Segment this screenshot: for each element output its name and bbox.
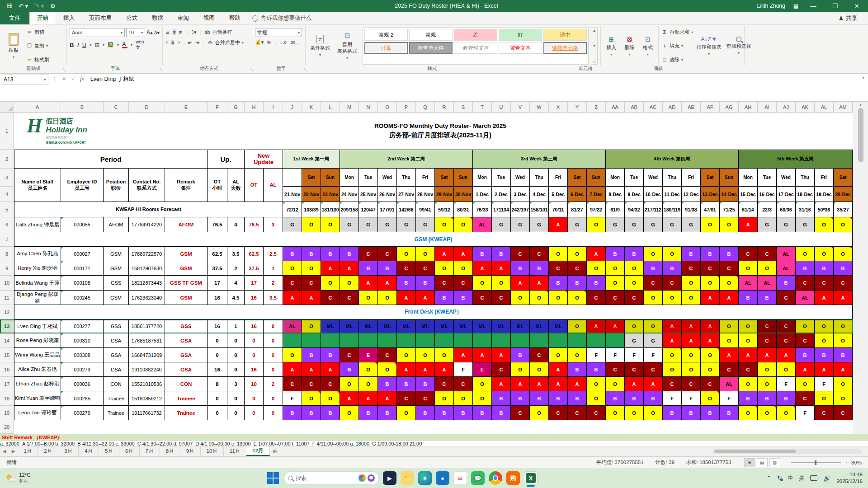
shift-cell[interactable]: A bbox=[720, 291, 739, 305]
shift-cell[interactable]: O bbox=[796, 377, 815, 391]
day-name-22[interactable]: Sat bbox=[701, 169, 720, 187]
al-days[interactable]: 0 bbox=[227, 333, 245, 348]
shift-cell[interactable]: O bbox=[815, 319, 834, 333]
position[interactable]: GSA bbox=[104, 348, 129, 362]
ot-hours[interactable]: 0 bbox=[208, 333, 227, 348]
period-header[interactable]: Period bbox=[14, 150, 208, 169]
shift-cell[interactable]: C bbox=[834, 406, 853, 420]
shift-cell[interactable]: O bbox=[568, 348, 587, 362]
column-header-W[interactable]: W bbox=[530, 102, 549, 112]
shift-cell[interactable]: A bbox=[397, 362, 416, 377]
column-header-AJ[interactable]: AJ bbox=[777, 102, 796, 112]
sheet-tab-4月[interactable]: 4月 bbox=[79, 446, 99, 456]
shift-cell[interactable]: B bbox=[511, 261, 530, 276]
shift-cell[interactable]: O bbox=[834, 217, 853, 232]
column-header-V[interactable]: V bbox=[511, 102, 530, 112]
shift-cell[interactable] bbox=[283, 333, 302, 348]
date-27-Nov[interactable]: 27-Nov bbox=[397, 187, 416, 202]
day-name-2[interactable]: Sun bbox=[321, 169, 340, 187]
shift-cell[interactable]: A bbox=[701, 333, 720, 348]
shift-cell[interactable]: ML bbox=[530, 319, 549, 333]
forecast-1[interactable]: 103/39 bbox=[302, 202, 321, 217]
ot-new[interactable]: 0 bbox=[245, 406, 264, 420]
contact-no[interactable]: 19110882240 bbox=[129, 362, 165, 377]
cell-style-适中[interactable]: 适中 bbox=[543, 29, 587, 41]
shift-cell[interactable]: C bbox=[758, 247, 777, 261]
cancel-entry-icon[interactable]: ✕ bbox=[62, 76, 66, 82]
shift-cell[interactable] bbox=[473, 333, 492, 348]
column-header-AD[interactable]: AD bbox=[663, 102, 682, 112]
ot-new[interactable]: 0 bbox=[245, 391, 264, 406]
column-header-A[interactable]: A bbox=[14, 102, 61, 112]
shift-cell[interactable]: O bbox=[587, 391, 606, 406]
shift-cell[interactable]: O bbox=[739, 406, 758, 420]
shift-cell[interactable]: AL bbox=[796, 291, 815, 305]
column-header-I[interactable]: I bbox=[264, 102, 283, 112]
shift-cell[interactable]: O bbox=[473, 377, 492, 391]
forecast-11[interactable]: 171134 bbox=[492, 202, 511, 217]
shift-cell[interactable]: O bbox=[663, 348, 682, 362]
date-17-Dec[interactable]: 17-Dec bbox=[777, 187, 796, 202]
align-center-icon[interactable]: ≡ bbox=[171, 40, 174, 45]
cell-style-计算[interactable]: 计算 bbox=[364, 42, 408, 54]
column-header-AI[interactable]: AI bbox=[758, 102, 777, 112]
shift-cell[interactable]: AL bbox=[283, 319, 302, 333]
section-label-12[interactable]: Front Desk (KWEAP） bbox=[14, 305, 853, 319]
shift-cell[interactable]: C bbox=[321, 291, 340, 305]
ot-new[interactable]: 10 bbox=[245, 377, 264, 391]
shift-cell[interactable]: ML bbox=[378, 319, 397, 333]
contact-no[interactable]: 15521010536 bbox=[129, 377, 165, 391]
column-header-C[interactable]: C bbox=[104, 102, 129, 112]
shift-cell[interactable]: C bbox=[454, 377, 473, 391]
shift-cell[interactable]: C bbox=[302, 377, 321, 391]
zoom-in-icon[interactable]: + bbox=[844, 460, 848, 465]
date-28-Nov[interactable]: 28-Nov bbox=[416, 187, 435, 202]
column-header-F[interactable]: F bbox=[208, 102, 227, 112]
shift-cell[interactable]: ML bbox=[435, 319, 454, 333]
italic-button[interactable]: I bbox=[77, 42, 79, 49]
shift-cell[interactable]: O bbox=[815, 333, 834, 348]
shift-cell[interactable]: O bbox=[568, 291, 587, 305]
al-new[interactable]: 0 bbox=[264, 391, 283, 406]
week-band-4[interactable]: 4th Week 第四周 bbox=[606, 150, 739, 169]
shift-cell[interactable]: O bbox=[834, 247, 853, 261]
shift-cell[interactable]: A bbox=[568, 377, 587, 391]
al-new[interactable]: 3.5 bbox=[264, 291, 283, 305]
sheet-tab-2月[interactable]: 2月 bbox=[38, 446, 58, 456]
date-3-Dec[interactable]: 3-Dec bbox=[511, 187, 530, 202]
position[interactable]: GSM bbox=[104, 247, 129, 261]
shift-cell[interactable]: A bbox=[492, 377, 511, 391]
namebox-dropdown-icon[interactable]: ▾ bbox=[44, 78, 46, 82]
contact-no[interactable]: 17784914220 bbox=[129, 217, 165, 232]
day-name-25[interactable]: Tue bbox=[758, 169, 777, 187]
shift-cell[interactable]: B bbox=[568, 391, 587, 406]
zoom-slider-thumb[interactable] bbox=[815, 460, 816, 465]
shift-cell[interactable]: B bbox=[663, 261, 682, 276]
shift-cell[interactable]: B bbox=[739, 291, 758, 305]
ot-new[interactable]: 16 bbox=[245, 319, 264, 333]
shift-cell[interactable]: C bbox=[435, 276, 454, 291]
date-2-Dec[interactable]: 2-Dec bbox=[492, 187, 511, 202]
al-days[interactable]: 0 bbox=[227, 406, 245, 420]
shift-cell[interactable]: O bbox=[682, 291, 701, 305]
app-icon-mail[interactable]: ✉ bbox=[453, 471, 467, 485]
shift-cell[interactable]: G bbox=[625, 217, 644, 232]
column-header-AH[interactable]: AH bbox=[739, 102, 758, 112]
shift-cell[interactable]: A bbox=[435, 362, 454, 377]
column-header-T[interactable]: T bbox=[473, 102, 492, 112]
shift-cell[interactable]: O bbox=[720, 276, 739, 291]
shift-cell[interactable]: O bbox=[435, 217, 454, 232]
date-7-Dec[interactable]: 7-Dec bbox=[587, 187, 606, 202]
date-22-Nov[interactable]: 22-Nov bbox=[302, 187, 321, 202]
shift-cell[interactable]: A bbox=[283, 291, 302, 305]
borders-icon[interactable]: ⊞ bbox=[94, 42, 99, 48]
shift-cell[interactable]: A bbox=[302, 362, 321, 377]
shift-cell[interactable] bbox=[568, 333, 587, 348]
position[interactable]: GSS bbox=[104, 319, 129, 333]
al-new[interactable]: 0 bbox=[264, 333, 283, 348]
day-name-3[interactable]: Mon bbox=[340, 169, 359, 187]
shift-cell[interactable]: B bbox=[359, 406, 378, 420]
shift-cell[interactable]: O bbox=[739, 377, 758, 391]
page-break-view-icon[interactable]: ▥ bbox=[769, 458, 780, 467]
format-painter-button[interactable]: ✒格式刷 bbox=[26, 56, 49, 64]
